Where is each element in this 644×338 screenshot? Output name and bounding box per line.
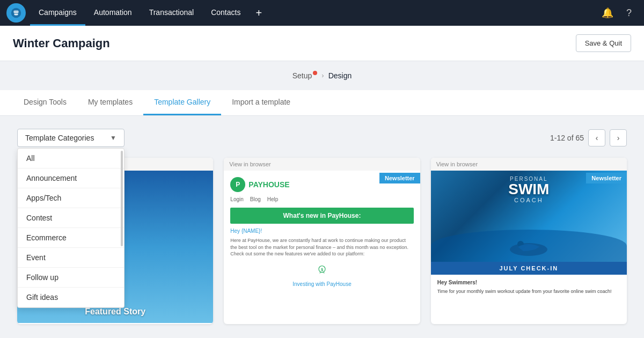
nav-icons: 🔔 ? xyxy=(599,4,638,21)
category-dropdown[interactable]: Template Categories ▼ xyxy=(17,129,125,147)
payhouse-logo-icon: P xyxy=(230,177,245,192)
tab-template-gallery[interactable]: Template Gallery xyxy=(143,90,221,115)
swim-main-label: SWIM xyxy=(431,182,627,197)
save-quit-button[interactable]: Save & Quit xyxy=(576,34,631,52)
swim-coach-label: COACH xyxy=(431,197,627,203)
newsletter-badge-2: Newsletter xyxy=(586,173,627,183)
dropdown-label: Template Categories xyxy=(25,134,94,142)
dropdown-menu-inner: All Announcement Apps/Tech Contest Ecomm… xyxy=(18,149,124,307)
breadcrumb: Setup › Design xyxy=(292,71,352,80)
dropdown-item-announcement[interactable]: Announcement xyxy=(18,168,124,188)
payhouse-content: P PAYHOUSE Login Blog Help What's new in… xyxy=(224,171,420,293)
breadcrumb-bar: Setup › Design xyxy=(0,61,644,90)
dropdown-item-apps-tech[interactable]: Apps/Tech xyxy=(18,188,124,208)
dropdown-item-contest[interactable]: Contest xyxy=(18,208,124,228)
dropdown-item-follow-up[interactable]: Follow up xyxy=(18,268,124,288)
dropdown-item-gift-ideas[interactable]: Gift ideas xyxy=(18,288,124,307)
dropdown-item-event[interactable]: Event xyxy=(18,248,124,268)
nav-contacts[interactable]: Contacts xyxy=(202,0,249,26)
nav-items: Campaigns Automation Transactional Conta… xyxy=(30,0,599,26)
view-in-browser-2[interactable]: View in browser xyxy=(229,161,270,167)
category-dropdown-wrapper: Template Categories ▼ All Announcement A… xyxy=(17,129,125,147)
breadcrumb-arrow: › xyxy=(321,71,324,79)
view-in-browser-3[interactable]: View in browser xyxy=(436,161,478,167)
payhouse-nav-help: Help xyxy=(267,196,279,202)
payhouse-footer-icon: $ xyxy=(314,262,330,278)
swim-banner: JULY CHECK-IN xyxy=(431,262,627,275)
swim-content: Hey Swimmers! Time for your monthly swim… xyxy=(431,275,627,299)
svg-text:$: $ xyxy=(321,267,324,271)
dropdown-scrollbar xyxy=(121,151,123,246)
payhouse-logo-text: PAYHOUSE xyxy=(248,180,289,189)
payhouse-greeting: Hey {NAME}! xyxy=(230,228,413,234)
payhouse-cta: What's new in PayHouse: xyxy=(230,208,413,224)
pagination-text: 1-12 of 65 xyxy=(550,134,584,142)
page-title: Winter Campaign xyxy=(13,36,110,50)
logo[interactable] xyxy=(6,3,26,23)
template-card-payhouse[interactable]: View in browser Newsletter P PAYHOUSE Lo… xyxy=(224,158,420,324)
card-topbar-3: View in browser xyxy=(431,158,627,171)
nav-transactional[interactable]: Transactional xyxy=(141,0,203,26)
nav-campaigns[interactable]: Campaigns xyxy=(30,0,85,26)
payhouse-nav-login: Login xyxy=(230,196,243,202)
page-next-button[interactable]: › xyxy=(610,129,627,146)
card-topbar-2: View in browser xyxy=(224,158,420,171)
dropdown-item-ecommerce[interactable]: Ecommerce xyxy=(18,228,124,248)
toolbar-row: Template Categories ▼ All Announcement A… xyxy=(17,129,627,147)
chevron-down-icon: ▼ xyxy=(110,134,116,142)
tabs-bar: Design Tools My templates Template Galle… xyxy=(0,90,644,116)
card-body-2: P PAYHOUSE Login Blog Help What's new in… xyxy=(224,171,420,323)
help-icon[interactable]: ? xyxy=(620,4,638,21)
nav-add-button[interactable]: + xyxy=(249,0,268,26)
breadcrumb-setup[interactable]: Setup xyxy=(292,71,318,80)
pagination: 1-12 of 65 ‹ › xyxy=(550,129,627,146)
dropdown-item-all[interactable]: All xyxy=(18,149,124,168)
tab-my-templates[interactable]: My templates xyxy=(77,90,143,115)
payhouse-body-text: Here at PayHouse, we are constantly hard… xyxy=(230,237,413,258)
payhouse-footer: $ Investing with PayHouse xyxy=(230,262,413,287)
newsletter-badge-1: Newsletter xyxy=(379,173,420,183)
swim-greeting: Hey Swimmers! xyxy=(437,279,620,286)
swim-water-shape xyxy=(431,230,627,262)
top-nav: Campaigns Automation Transactional Conta… xyxy=(0,0,644,26)
page-prev-button[interactable]: ‹ xyxy=(588,129,605,146)
template-card-swim[interactable]: View in browser Newsletter PERSONAL SWIM… xyxy=(431,158,627,324)
nav-automation[interactable]: Automation xyxy=(85,0,141,26)
breadcrumb-design: Design xyxy=(328,71,352,80)
featured-story-label: Featured Story xyxy=(85,307,145,317)
payhouse-nav: Login Blog Help xyxy=(230,196,413,202)
setup-dot xyxy=(313,71,317,75)
notification-icon[interactable]: 🔔 xyxy=(599,4,616,21)
page-header: Winter Campaign Save & Quit xyxy=(0,26,644,61)
payhouse-nav-blog: Blog xyxy=(250,196,261,202)
tab-design-tools[interactable]: Design Tools xyxy=(13,90,77,115)
payhouse-footer-link: Investing with PayHouse xyxy=(230,281,413,287)
swim-hero-image: PERSONAL SWIM COACH xyxy=(431,171,627,262)
content-section: Template Categories ▼ All Announcement A… xyxy=(0,116,644,337)
card-body-3: PERSONAL SWIM COACH JULY CHECK-IN Hey Sw… xyxy=(431,171,627,323)
category-dropdown-menu: All Announcement Apps/Tech Contest Ecomm… xyxy=(17,148,125,308)
tab-import-template[interactable]: Import a template xyxy=(221,90,301,115)
swim-body-text: Time for your monthly swim workout updat… xyxy=(437,288,620,295)
